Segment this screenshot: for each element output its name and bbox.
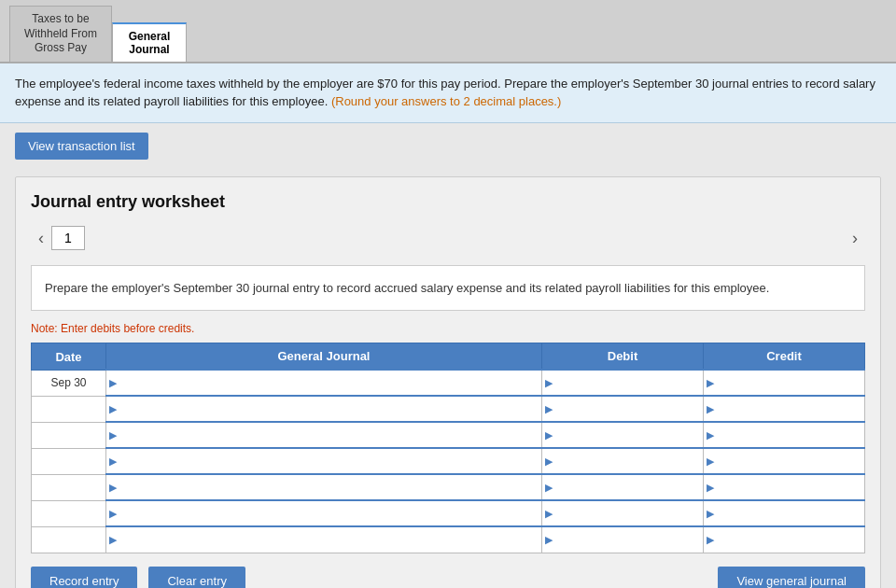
description-text: Prepare the employer's September 30 jour… <box>45 281 769 295</box>
credit-arrow-icon: ▶ <box>704 534 717 546</box>
journal-arrow-icon: ▶ <box>106 455 119 468</box>
credit-arrow-icon: ▶ <box>704 455 717 468</box>
cell-debit[interactable]: ▶ <box>542 526 704 553</box>
journal-input[interactable] <box>119 397 541 421</box>
description-box: Prepare the employer's September 30 jour… <box>31 265 865 312</box>
table-row: ▶▶▶ <box>32 422 865 448</box>
cell-credit[interactable]: ▶ <box>704 370 865 396</box>
info-bar: The employee's federal income taxes with… <box>0 63 896 123</box>
table-row: ▶▶▶ <box>32 526 865 553</box>
cell-date: Sep 30 <box>32 370 106 396</box>
tab-taxes-label: Taxes to be Withheld From Gross Pay <box>24 12 97 54</box>
credit-input[interactable] <box>717 371 864 395</box>
table-row: Sep 30▶▶▶ <box>32 370 865 396</box>
next-arrow[interactable]: › <box>845 225 865 252</box>
cell-credit[interactable]: ▶ <box>704 422 865 448</box>
view-transaction-btn[interactable]: View transaction list <box>15 133 148 160</box>
cell-debit[interactable]: ▶ <box>542 448 704 474</box>
cell-journal[interactable]: ▶ <box>106 500 542 526</box>
credit-input[interactable] <box>717 475 864 499</box>
journal-arrow-icon: ▶ <box>106 429 119 441</box>
cell-date <box>32 422 106 448</box>
cell-credit[interactable]: ▶ <box>704 500 865 526</box>
col-header-date: Date <box>32 343 106 371</box>
col-header-credit: Credit <box>704 343 865 371</box>
debit-input[interactable] <box>555 527 703 553</box>
cell-date <box>32 474 106 500</box>
cell-journal[interactable]: ▶ <box>106 448 542 474</box>
debit-input[interactable] <box>555 423 703 447</box>
cell-debit[interactable]: ▶ <box>542 500 704 526</box>
credit-arrow-icon: ▶ <box>704 508 717 520</box>
cell-date <box>32 526 106 553</box>
credit-input[interactable] <box>717 501 864 525</box>
col-header-journal: General Journal <box>106 343 542 371</box>
journal-input[interactable] <box>119 527 541 553</box>
credit-arrow-icon: ▶ <box>704 377 717 389</box>
cell-credit[interactable]: ▶ <box>704 526 865 553</box>
debit-input[interactable] <box>555 397 703 421</box>
tab-general-journal[interactable]: General Journal <box>112 22 187 62</box>
debit-arrow-icon: ▶ <box>542 482 555 494</box>
journal-input[interactable] <box>119 371 541 395</box>
cell-debit[interactable]: ▶ <box>542 474 704 500</box>
journal-input[interactable] <box>119 449 541 473</box>
cell-date <box>32 448 106 474</box>
debit-arrow-icon: ▶ <box>542 377 555 389</box>
debit-arrow-icon: ▶ <box>542 455 555 468</box>
journal-arrow-icon: ▶ <box>106 403 119 415</box>
tab-general-journal-label: General Journal <box>129 30 171 56</box>
journal-input[interactable] <box>119 501 541 525</box>
cell-journal[interactable]: ▶ <box>106 474 542 500</box>
debit-input[interactable] <box>555 449 703 473</box>
col-header-debit: Debit <box>542 343 704 371</box>
debit-input[interactable] <box>555 475 703 499</box>
journal-arrow-icon: ▶ <box>106 482 119 494</box>
credit-input[interactable] <box>717 423 864 447</box>
debit-arrow-icon: ▶ <box>542 429 555 441</box>
debit-arrow-icon: ▶ <box>542 534 555 546</box>
journal-input[interactable] <box>119 423 541 447</box>
cell-date <box>32 396 106 422</box>
clear-entry-btn[interactable]: Clear entry <box>148 567 245 588</box>
cell-journal[interactable]: ▶ <box>106 526 542 553</box>
note-text: Note: Enter debits before credits. <box>31 322 865 335</box>
page-number: 1 <box>51 226 85 250</box>
prev-arrow[interactable]: ‹ <box>31 225 51 252</box>
cell-journal[interactable]: ▶ <box>106 396 542 422</box>
credit-input[interactable] <box>717 527 864 553</box>
debit-input[interactable] <box>555 501 703 525</box>
table-row: ▶▶▶ <box>32 396 865 422</box>
credit-arrow-icon: ▶ <box>704 482 717 494</box>
cell-debit[interactable]: ▶ <box>542 396 704 422</box>
journal-arrow-icon: ▶ <box>106 534 119 546</box>
worksheet-title: Journal entry worksheet <box>31 192 865 212</box>
table-row: ▶▶▶ <box>32 474 865 500</box>
cell-journal[interactable]: ▶ <box>106 370 542 396</box>
view-general-journal-btn[interactable]: View general journal <box>718 567 865 588</box>
credit-arrow-icon: ▶ <box>704 429 717 441</box>
cell-credit[interactable]: ▶ <box>704 448 865 474</box>
nav-row: ‹ 1 › <box>31 225 865 252</box>
credit-input[interactable] <box>717 397 864 421</box>
journal-arrow-icon: ▶ <box>106 508 119 520</box>
cell-journal[interactable]: ▶ <box>106 422 542 448</box>
cell-debit[interactable]: ▶ <box>542 422 704 448</box>
record-entry-btn[interactable]: Record entry <box>31 567 137 588</box>
worksheet-card: Journal entry worksheet ‹ 1 › Prepare th… <box>15 176 881 588</box>
journal-arrow-icon: ▶ <box>106 377 119 389</box>
cell-credit[interactable]: ▶ <box>704 396 865 422</box>
bottom-buttons: Record entry Clear entry View general jo… <box>31 567 865 588</box>
journal-input[interactable] <box>119 475 541 499</box>
table-row: ▶▶▶ <box>32 500 865 526</box>
cell-debit[interactable]: ▶ <box>542 370 704 396</box>
debit-input[interactable] <box>555 371 703 395</box>
journal-table: Date General Journal Debit Credit Sep 30… <box>31 343 865 553</box>
debit-arrow-icon: ▶ <box>542 508 555 520</box>
credit-input[interactable] <box>717 449 864 473</box>
table-row: ▶▶▶ <box>32 448 865 474</box>
cell-credit[interactable]: ▶ <box>704 474 865 500</box>
tab-taxes[interactable]: Taxes to be Withheld From Gross Pay <box>9 6 112 62</box>
debit-arrow-icon: ▶ <box>542 403 555 415</box>
credit-arrow-icon: ▶ <box>704 403 717 415</box>
